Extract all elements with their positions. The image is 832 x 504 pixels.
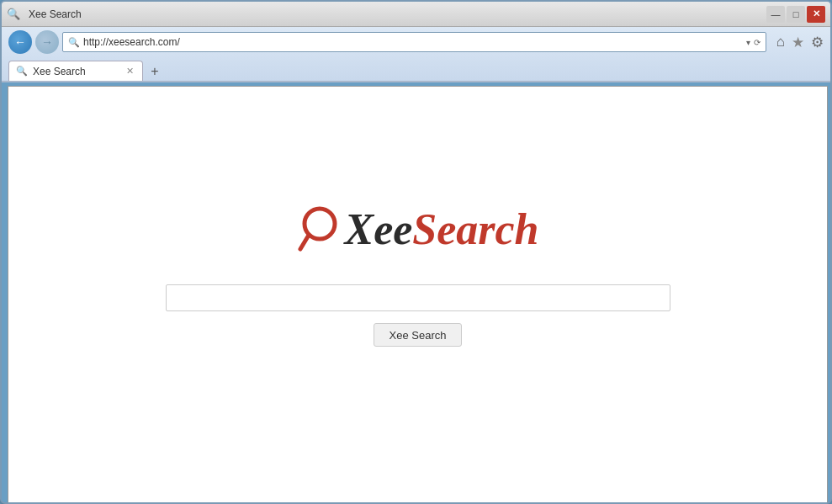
- back-button[interactable]: ←: [8, 30, 32, 54]
- browser-content: XeeSearch Xee Search: [8, 86, 828, 504]
- svg-line-1: [300, 236, 308, 249]
- logo-text: XeeSearch: [344, 208, 538, 252]
- title-bar-left: 🔍 Xee Search: [7, 8, 82, 20]
- window-controls: — □ ✕: [766, 6, 825, 23]
- browser-window: 🔍 Xee Search — □ ✕ ← → 🔍 ▾ ⟳ ⌂ ★ ⚙: [0, 0, 832, 504]
- title-bar-title: Xee Search: [29, 8, 82, 20]
- bookmark-icon[interactable]: ★: [792, 34, 804, 51]
- close-button[interactable]: ✕: [807, 6, 825, 23]
- address-dropdown-icon[interactable]: ▾: [746, 38, 750, 47]
- logo-container: XeeSearch: [296, 200, 538, 259]
- settings-icon[interactable]: ⚙: [811, 34, 824, 51]
- browser-chrome: ← → 🔍 ▾ ⟳ ⌂ ★ ⚙ 🔍 Xee Search ✕ +: [2, 27, 830, 82]
- address-security-icon: 🔍: [68, 37, 80, 48]
- search-button[interactable]: Xee Search: [374, 323, 463, 347]
- search-input-container: [166, 284, 670, 311]
- maximize-button[interactable]: □: [787, 6, 805, 23]
- logo-search: Search: [412, 205, 538, 253]
- tab-bar: 🔍 Xee Search ✕ +: [2, 57, 830, 81]
- tab-label: Xee Search: [33, 66, 86, 77]
- new-tab-button[interactable]: +: [145, 62, 165, 81]
- active-tab[interactable]: 🔍 Xee Search ✕: [8, 61, 143, 81]
- magnifier-icon: [296, 200, 342, 259]
- home-icon[interactable]: ⌂: [776, 34, 785, 50]
- title-favicon: 🔍: [7, 8, 20, 20]
- forward-button[interactable]: →: [35, 30, 59, 54]
- page-content: XeeSearch Xee Search: [8, 87, 827, 504]
- address-input[interactable]: [83, 36, 743, 48]
- address-bar[interactable]: 🔍 ▾ ⟳: [62, 32, 766, 52]
- address-refresh-icon[interactable]: ⟳: [754, 38, 760, 47]
- search-input[interactable]: [166, 284, 670, 311]
- logo-xee: Xee: [344, 205, 412, 253]
- toolbar-icons: ⌂ ★ ⚙: [776, 34, 824, 51]
- title-bar: 🔍 Xee Search — □ ✕: [2, 2, 830, 27]
- browser-area: XeeSearch Xee Search: [2, 82, 830, 504]
- tab-favicon: 🔍: [16, 66, 28, 77]
- tab-close-button[interactable]: ✕: [124, 66, 135, 77]
- nav-bar: ← → 🔍 ▾ ⟳ ⌂ ★ ⚙: [2, 27, 830, 57]
- svg-point-0: [305, 209, 335, 239]
- minimize-button[interactable]: —: [766, 6, 785, 23]
